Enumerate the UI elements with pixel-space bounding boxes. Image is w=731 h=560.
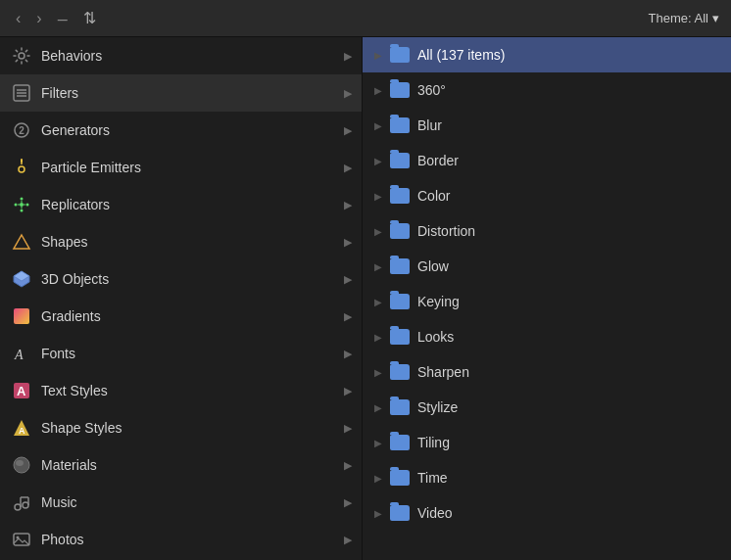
right-item-glow[interactable]: ▶ Glow bbox=[363, 249, 731, 284]
theme-chevron-icon: ▾ bbox=[712, 11, 719, 25]
svg-text:A: A bbox=[19, 426, 25, 436]
right-item-border[interactable]: ▶ Border bbox=[363, 143, 731, 178]
time-chevron-icon: ▶ bbox=[374, 473, 382, 484]
sidebar-item-3d-objects[interactable]: 3D Objects ▶ bbox=[0, 260, 362, 298]
sidebar-item-behaviors[interactable]: Behaviors ▶ bbox=[0, 37, 362, 74]
shapes-label: Shapes bbox=[41, 234, 344, 250]
sharpen-chevron-icon: ▶ bbox=[374, 367, 382, 378]
sidebar-item-particle-emitters[interactable]: Particle Emitters ▶ bbox=[0, 149, 362, 186]
right-item-keying[interactable]: ▶ Keying bbox=[363, 284, 731, 319]
glow-label: Glow bbox=[417, 258, 449, 274]
svg-text:2: 2 bbox=[19, 125, 24, 136]
generators-chevron-icon: ▶ bbox=[344, 124, 352, 137]
video-chevron-icon: ▶ bbox=[374, 508, 382, 519]
svg-point-11 bbox=[21, 198, 24, 201]
text-styles-chevron-icon: ▶ bbox=[344, 385, 352, 397]
svg-point-14 bbox=[26, 204, 29, 207]
photos-chevron-icon: ▶ bbox=[344, 534, 352, 546]
right-item-360[interactable]: ▶ 360° bbox=[363, 72, 731, 108]
svg-marker-19 bbox=[14, 235, 29, 249]
blur-label: Blur bbox=[417, 117, 442, 133]
shape-styles-icon: A bbox=[10, 416, 33, 440]
stylize-folder-icon bbox=[390, 399, 410, 415]
sort-button[interactable]: ⇅ bbox=[79, 7, 100, 29]
sidebar-item-replicators[interactable]: Replicators ▶ bbox=[0, 186, 362, 223]
music-icon bbox=[10, 490, 33, 514]
blur-folder-icon bbox=[390, 117, 410, 133]
svg-point-31 bbox=[23, 502, 28, 508]
music-label: Music bbox=[41, 494, 344, 510]
nav-controls: ‹ › – ⇅ bbox=[12, 7, 100, 29]
border-label: Border bbox=[417, 153, 459, 168]
photos-label: Photos bbox=[41, 532, 344, 547]
right-item-looks[interactable]: ▶ Looks bbox=[363, 319, 731, 354]
right-item-video[interactable]: ▶ Video bbox=[363, 495, 731, 531]
sidebar-item-filters[interactable]: Filters ▶ bbox=[0, 74, 362, 112]
tiling-folder-icon bbox=[390, 435, 410, 450]
replicators-chevron-icon: ▶ bbox=[344, 199, 352, 211]
360-chevron-icon: ▶ bbox=[374, 85, 382, 96]
3d-objects-icon bbox=[10, 267, 33, 291]
fonts-icon: A bbox=[10, 342, 33, 365]
sidebar-item-shapes[interactable]: Shapes ▶ bbox=[0, 223, 362, 260]
right-item-time[interactable]: ▶ Time bbox=[363, 460, 731, 495]
particle-emitters-icon bbox=[10, 156, 33, 179]
particle-emitters-chevron-icon: ▶ bbox=[344, 162, 352, 174]
svg-point-0 bbox=[19, 53, 24, 59]
glow-chevron-icon: ▶ bbox=[374, 261, 382, 272]
gradients-chevron-icon: ▶ bbox=[344, 310, 352, 323]
back-button[interactable]: ‹ bbox=[12, 8, 24, 29]
sidebar-item-generators[interactable]: 2 Generators ▶ bbox=[0, 112, 362, 149]
distortion-label: Distortion bbox=[417, 223, 475, 239]
all-chevron-icon: ▶ bbox=[374, 50, 382, 61]
theme-selector[interactable]: Theme: All ▾ bbox=[649, 11, 719, 25]
music-chevron-icon: ▶ bbox=[344, 496, 352, 509]
sidebar-item-text-styles[interactable]: A Text Styles ▶ bbox=[0, 372, 362, 409]
sidebar-item-fonts[interactable]: A Fonts ▶ bbox=[0, 335, 362, 372]
tiling-chevron-icon: ▶ bbox=[374, 438, 382, 448]
sidebar-item-gradients[interactable]: Gradients ▶ bbox=[0, 298, 362, 335]
minimize-button[interactable]: – bbox=[54, 8, 72, 29]
svg-point-7 bbox=[19, 166, 24, 172]
time-folder-icon bbox=[390, 470, 410, 486]
materials-icon bbox=[10, 453, 33, 477]
main-content: Behaviors ▶ Filters ▶ 2 bbox=[0, 37, 731, 560]
svg-point-30 bbox=[15, 504, 21, 510]
video-folder-icon bbox=[390, 505, 410, 521]
shape-styles-chevron-icon: ▶ bbox=[344, 422, 352, 435]
right-item-all[interactable]: ▶ All (137 items) bbox=[363, 37, 731, 72]
shapes-icon bbox=[10, 230, 33, 254]
keying-chevron-icon: ▶ bbox=[374, 297, 382, 307]
border-folder-icon bbox=[390, 153, 410, 168]
color-folder-icon bbox=[390, 188, 410, 204]
materials-chevron-icon: ▶ bbox=[344, 459, 352, 472]
text-styles-icon: A bbox=[10, 379, 33, 402]
right-item-sharpen[interactable]: ▶ Sharpen bbox=[363, 354, 731, 390]
svg-point-12 bbox=[21, 210, 24, 212]
shapes-chevron-icon: ▶ bbox=[344, 236, 352, 249]
generators-label: Generators bbox=[41, 122, 344, 138]
photos-icon bbox=[10, 528, 33, 551]
sidebar-item-materials[interactable]: Materials ▶ bbox=[0, 446, 362, 484]
looks-folder-icon bbox=[390, 329, 410, 345]
gradients-icon bbox=[10, 304, 33, 328]
right-item-color[interactable]: ▶ Color bbox=[363, 178, 731, 213]
forward-button[interactable]: › bbox=[32, 8, 45, 29]
right-item-blur[interactable]: ▶ Blur bbox=[363, 108, 731, 143]
right-item-distortion[interactable]: ▶ Distortion bbox=[363, 213, 731, 249]
top-bar: ‹ › – ⇅ Theme: All ▾ bbox=[0, 0, 731, 37]
sidebar-item-photos[interactable]: Photos ▶ bbox=[0, 521, 362, 558]
right-panel: ▶ All (137 items) ▶ 360° ▶ Blur ▶ Border… bbox=[363, 37, 731, 560]
sidebar-item-music[interactable]: Music ▶ bbox=[0, 484, 362, 521]
stylize-chevron-icon: ▶ bbox=[374, 402, 382, 413]
right-item-tiling[interactable]: ▶ Tiling bbox=[363, 425, 731, 460]
sidebar-item-shape-styles[interactable]: A Shape Styles ▶ bbox=[0, 409, 362, 446]
materials-label: Materials bbox=[41, 457, 344, 473]
looks-chevron-icon: ▶ bbox=[374, 332, 382, 343]
keying-folder-icon bbox=[390, 294, 410, 309]
360-label: 360° bbox=[417, 82, 446, 98]
right-item-stylize[interactable]: ▶ Stylize bbox=[363, 390, 731, 425]
svg-point-29 bbox=[16, 460, 24, 466]
all-label: All (137 items) bbox=[417, 47, 505, 63]
gear-icon bbox=[10, 44, 33, 68]
